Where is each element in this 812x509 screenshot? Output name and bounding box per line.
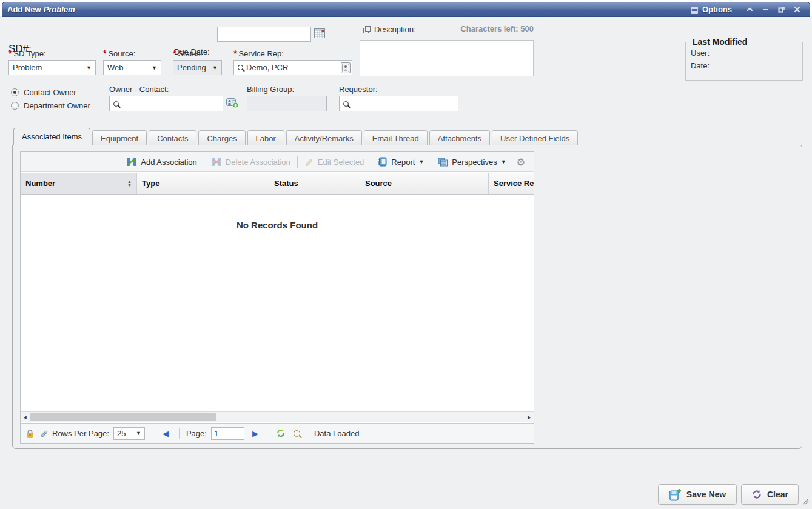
column-header-source[interactable]: Source xyxy=(360,173,489,194)
calendar-icon[interactable] xyxy=(314,28,326,41)
column-header-status[interactable]: Status xyxy=(269,173,360,194)
close-button[interactable] xyxy=(789,4,805,16)
chevron-down-icon: ▼ xyxy=(136,430,141,436)
perspectives-icon xyxy=(438,158,448,167)
add-new-problem-dialog: Add NewProblem ▤ Options SD#: Due Date: … xyxy=(0,0,812,509)
delete-association-button: Delete Association xyxy=(206,154,296,170)
rows-per-page-select[interactable]: 25 ▼ xyxy=(113,427,145,440)
person-picker-button[interactable] xyxy=(341,62,351,73)
chevron-down-icon: ▼ xyxy=(86,65,92,71)
requestor-lookup[interactable] xyxy=(339,96,458,111)
titlebar[interactable]: Add NewProblem ▤ Options xyxy=(2,2,810,17)
tab-labor[interactable]: Labor xyxy=(247,130,284,145)
perspectives-menu-button[interactable]: Perspectives ▼ xyxy=(432,154,511,170)
department-owner-radio[interactable]: Department Owner xyxy=(11,101,90,110)
title-prefix: Add New xyxy=(7,5,41,14)
due-date-input[interactable] xyxy=(217,27,311,42)
no-records-message: No Records Found xyxy=(21,220,534,230)
edit-selected-label: Edit Selected xyxy=(318,158,364,167)
source-value: Web xyxy=(107,63,149,72)
radio-selected-icon xyxy=(11,88,19,96)
tab-strip: Associated Items Equipment Contacts Char… xyxy=(13,128,578,145)
contact-owner-radio[interactable]: Contact Owner xyxy=(11,88,76,97)
department-owner-label: Department Owner xyxy=(24,101,90,110)
options-list-icon: ▤ xyxy=(691,5,699,14)
popout-icon xyxy=(777,5,786,14)
add-association-button[interactable]: Add Association xyxy=(121,154,203,170)
tab-attachments[interactable]: Attachments xyxy=(429,130,490,145)
characters-left-counter: Characters left: 500 xyxy=(360,24,534,33)
rows-per-page-value: 25 xyxy=(117,429,131,438)
tab-charges[interactable]: Charges xyxy=(198,130,245,145)
clear-button[interactable]: Clear xyxy=(741,484,799,505)
tab-associated-items[interactable]: Associated Items xyxy=(13,128,90,145)
options-button[interactable]: ▤ Options xyxy=(691,5,732,14)
minimize-button[interactable] xyxy=(757,4,773,16)
tab-email-thread[interactable]: Email Thread xyxy=(364,130,428,145)
grid-toolbar: Add Association Delete Association Edit … xyxy=(21,152,534,172)
scroll-right-icon[interactable]: ▸ xyxy=(525,413,534,421)
last-modified-group: Last Modified User: Date: xyxy=(685,37,803,81)
scrollbar-thumb[interactable] xyxy=(30,413,216,421)
tab-equipment[interactable]: Equipment xyxy=(92,130,147,145)
service-rep-lookup[interactable]: Demo, PCR xyxy=(233,60,352,75)
search-icon xyxy=(238,65,243,70)
delete-association-icon xyxy=(211,157,222,167)
footer-separator xyxy=(152,428,152,439)
collapse-button[interactable] xyxy=(742,4,757,16)
maximize-button[interactable] xyxy=(773,4,789,16)
billing-group-label: Billing Group: xyxy=(247,85,294,94)
add-contact-button[interactable] xyxy=(226,97,239,110)
save-new-icon xyxy=(669,488,682,501)
source-select[interactable]: Web ▼ xyxy=(103,60,161,75)
page-input[interactable] xyxy=(211,427,244,440)
footer-separator xyxy=(269,428,269,439)
service-rep-label: *Service Rep: xyxy=(233,48,284,58)
edit-pencil-icon xyxy=(304,157,314,167)
edit-selected-button: Edit Selected xyxy=(299,154,370,170)
footer-separator xyxy=(366,428,366,439)
owner-contact-label: Owner - Contact: xyxy=(109,85,169,94)
sd-type-value: Problem xyxy=(13,63,84,72)
save-new-button[interactable]: Save New xyxy=(658,484,737,505)
page-label: Page: xyxy=(186,429,207,438)
data-loaded-status: Data Loaded xyxy=(314,429,359,438)
prev-page-icon[interactable]: ◀ xyxy=(159,429,172,438)
description-textarea[interactable] xyxy=(360,40,534,76)
status-select[interactable]: Pending ▼ xyxy=(173,60,222,75)
options-label: Options xyxy=(702,5,732,14)
wrench-icon[interactable] xyxy=(39,429,48,438)
grid-footer: Rows Per Page: 25 ▼ ◀ Page: ▶ Data Loade… xyxy=(21,423,534,443)
chevron-down-icon: ▼ xyxy=(212,65,218,71)
required-asterisk: * xyxy=(173,48,176,58)
next-page-icon[interactable]: ▶ xyxy=(249,429,262,438)
save-new-label: Save New xyxy=(686,490,726,499)
last-modified-user-label: User: xyxy=(691,47,710,59)
gear-icon[interactable]: ⚙ xyxy=(512,156,530,168)
tab-user-defined-fields[interactable]: User Defined Fields xyxy=(492,130,578,145)
required-asterisk: * xyxy=(233,48,237,58)
column-header-number[interactable]: Number ▲▼ xyxy=(21,173,137,194)
clear-refresh-icon xyxy=(751,489,762,500)
sort-icon[interactable]: ▲▼ xyxy=(124,180,132,187)
tab-contacts[interactable]: Contacts xyxy=(149,130,196,145)
associated-items-grid: Add Association Delete Association Edit … xyxy=(20,151,534,444)
search-icon xyxy=(343,101,349,107)
sd-type-select[interactable]: Problem ▼ xyxy=(8,60,96,75)
billing-group-input xyxy=(247,96,327,111)
resize-grip-icon[interactable] xyxy=(800,496,809,507)
refresh-icon[interactable] xyxy=(276,428,286,438)
add-association-label: Add Association xyxy=(141,158,197,167)
tab-activity-remarks[interactable]: Activity/Remarks xyxy=(286,130,362,145)
magnifier-icon[interactable] xyxy=(294,430,300,437)
scroll-left-icon[interactable]: ◂ xyxy=(21,413,29,421)
report-menu-button[interactable]: Report ▼ xyxy=(372,154,429,170)
column-header-service-rep[interactable]: Service Re xyxy=(489,173,534,194)
status-value: Pending xyxy=(177,63,210,72)
lock-icon[interactable] xyxy=(25,429,35,438)
horizontal-scrollbar[interactable]: ◂ ▸ xyxy=(21,411,534,422)
owner-contact-lookup[interactable] xyxy=(109,96,223,111)
column-header-type[interactable]: Type xyxy=(137,173,269,194)
chevron-down-icon: ▼ xyxy=(152,65,157,71)
search-icon xyxy=(113,101,119,107)
